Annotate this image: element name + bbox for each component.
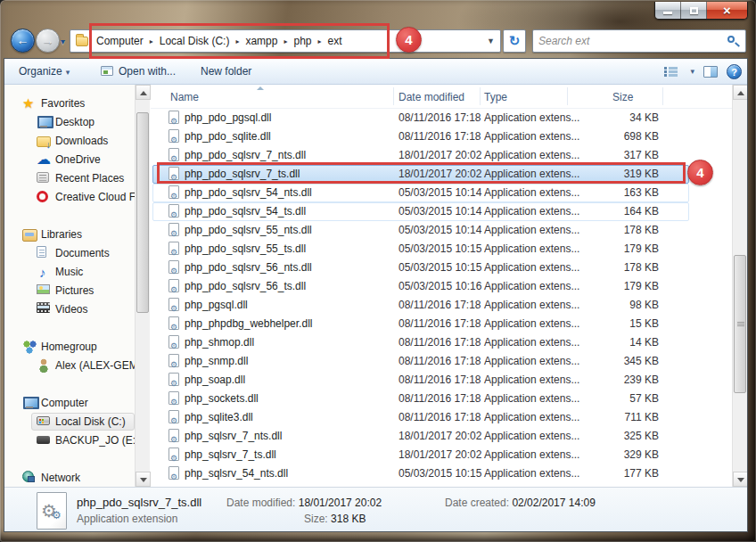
file-row-php-pdo-sqlsrv-54-nts-dll[interactable]: php_pdo_sqlsrv_54_nts.dll 05/03/2015 10:… xyxy=(151,184,734,202)
dll-file-icon xyxy=(168,354,179,367)
sidebar-section-libraries[interactable]: Libraries xyxy=(4,226,135,244)
sidebar-tree: Favorites Desktop Downloads OneDrive Rec… xyxy=(4,94,135,487)
column-divider[interactable] xyxy=(480,87,481,105)
file-name: php_sqlsrv_7_ts.dll xyxy=(185,446,276,464)
file-row-php-snmp-dll[interactable]: php_snmp.dll 08/11/2016 17:18 Applicatio… xyxy=(151,352,734,371)
file-date-modified: 18/01/2017 20:02 xyxy=(399,446,481,464)
file-size: 163 KB xyxy=(624,184,659,202)
navigation-pane: Favorites Desktop Downloads OneDrive Rec… xyxy=(4,85,135,487)
column-divider[interactable] xyxy=(662,87,663,105)
sidebar-scroll-thumb[interactable] xyxy=(136,112,149,313)
sidebar-item-downloads[interactable]: Downloads xyxy=(4,132,135,151)
file-row-php-pdo-sqlsrv-56-nts-dll[interactable]: php_pdo_sqlsrv_56_nts.dll 05/03/2015 10:… xyxy=(151,259,734,277)
recent-places-icon xyxy=(37,172,49,183)
forward-arrow-icon: → xyxy=(37,33,59,47)
file-name: php_soap.dll xyxy=(185,371,245,390)
file-name: php_pdo_sqlsrv_56_nts.dll xyxy=(185,259,312,277)
refresh-button[interactable]: ↻ xyxy=(503,29,526,53)
file-date-modified: 08/11/2016 17:18 xyxy=(399,127,481,146)
file-name: php_snmp.dll xyxy=(185,352,248,371)
file-row-php-sockets-dll[interactable]: php_sockets.dll 08/11/2016 17:18 Applica… xyxy=(151,390,734,408)
restore-icon xyxy=(690,7,698,14)
sidebar-item-alex-alex-gem[interactable]: Alex (ALEX-GEM- xyxy=(4,357,135,375)
dll-file-icon xyxy=(168,111,179,124)
forward-button[interactable]: → xyxy=(36,29,60,53)
file-type: Application extens... xyxy=(484,202,579,221)
sidebar-item-music[interactable]: Music xyxy=(4,263,135,282)
file-row-php-pdo-sqlsrv-56-ts-dll[interactable]: php_pdo_sqlsrv_56_ts.dll 05/03/2015 10:1… xyxy=(151,277,734,296)
file-date-modified: 08/11/2016 17:18 xyxy=(399,371,481,390)
organize-button[interactable]: Organize▾ xyxy=(12,59,77,84)
scroll-down-icon[interactable] xyxy=(136,472,151,487)
window-frame: × ← → ▾ Computer▸Local Disk (C:)▸xampp▸p… xyxy=(0,0,756,542)
file-row-php-sqlsrv-54-nts-dll[interactable]: php_sqlsrv_54_nts.dll 05/03/2015 10:15 A… xyxy=(151,464,734,483)
file-row-php-sqlsrv-7-nts-dll[interactable]: php_sqlsrv_7_nts.dll 18/01/2017 20:02 Ap… xyxy=(151,427,734,446)
column-divider[interactable] xyxy=(567,87,568,105)
dll-file-icon xyxy=(168,429,179,442)
file-row-php-pdo-sqlsrv-54-ts-dll[interactable]: php_pdo_sqlsrv_54_ts.dll 05/03/2015 10:1… xyxy=(151,202,734,221)
file-type: Application extens... xyxy=(484,277,579,296)
sidebar-item-videos[interactable]: Videos xyxy=(4,300,135,319)
file-row-php-sqlite3-dll[interactable]: php_sqlite3.dll 08/11/2016 17:18 Applica… xyxy=(151,408,734,427)
scroll-down-icon[interactable] xyxy=(733,472,748,487)
sidebar-item-documents[interactable]: Documents xyxy=(4,244,135,263)
column-header-date-modified[interactable]: Date modified xyxy=(399,91,464,103)
sidebar-section-computer[interactable]: Computer xyxy=(4,394,135,413)
column-headers: Name Date modified Type Size xyxy=(151,85,734,109)
sidebar-item-pictures[interactable]: Pictures xyxy=(4,282,135,300)
sidebar-item-onedrive[interactable]: OneDrive xyxy=(4,151,135,169)
search-input[interactable] xyxy=(538,32,717,50)
file-row-php-pdo-sqlsrv-55-ts-dll[interactable]: php_pdo_sqlsrv_55_ts.dll 05/03/2015 10:1… xyxy=(151,240,734,259)
breadcrumb-dropdown-icon[interactable]: ▼ xyxy=(487,37,497,45)
sidebar-item-local-disk-c[interactable]: Local Disk (C:) xyxy=(4,413,135,431)
column-header-size[interactable]: Size xyxy=(612,91,633,103)
file-size: 177 KB xyxy=(624,464,659,483)
file-size: 698 KB xyxy=(624,127,659,146)
minimize-button[interactable] xyxy=(655,2,681,19)
sidebar-item-desktop[interactable]: Desktop xyxy=(4,113,135,132)
file-type: Application extens... xyxy=(484,240,579,259)
column-header-type[interactable]: Type xyxy=(484,91,507,103)
file-row-php-phpdbg-webhelper-dll[interactable]: php_phpdbg_webhelper.dll 08/11/2016 17:1… xyxy=(151,315,734,333)
details-size: Size: 318 KB xyxy=(304,513,366,525)
videos-icon xyxy=(37,302,50,313)
file-row-php-pdo-pgsql-dll[interactable]: php_pdo_pgsql.dll 08/11/2016 17:18 Appli… xyxy=(151,109,734,127)
sidebar-item-backup-jo-e[interactable]: BACKUP_JO (E:) xyxy=(4,431,135,450)
file-list-scrollbar[interactable] xyxy=(732,85,747,487)
help-icon[interactable]: ? xyxy=(727,64,742,79)
column-divider[interactable] xyxy=(393,87,394,105)
column-header-name[interactable]: Name xyxy=(170,91,199,103)
preview-pane-icon[interactable] xyxy=(703,66,718,78)
file-date-modified: 05/03/2015 10:15 xyxy=(399,259,481,277)
file-row-php-soap-dll[interactable]: php_soap.dll 08/11/2016 17:18 Applicatio… xyxy=(151,371,734,390)
file-date-modified: 08/11/2016 17:18 xyxy=(399,352,481,371)
sidebar-item-recent-places[interactable]: Recent Places xyxy=(4,169,135,188)
homegroup-icon xyxy=(22,340,37,354)
sidebar-section-homegroup[interactable]: Homegroup xyxy=(4,338,135,357)
pictures-icon xyxy=(37,284,50,294)
sidebar-section-favorites[interactable]: Favorites xyxy=(4,94,135,113)
open-with-button[interactable]: Open with... xyxy=(94,59,183,84)
file-row-php-pdo-sqlsrv-55-nts-dll[interactable]: php_pdo_sqlsrv_55_nts.dll 05/03/2015 10:… xyxy=(151,221,734,240)
sidebar-item-creative-cloud-fi[interactable]: Creative Cloud Fi xyxy=(4,188,135,207)
new-folder-button[interactable]: New folder xyxy=(193,59,259,84)
back-button[interactable]: ← xyxy=(11,29,35,53)
file-list-scroll-thumb[interactable] xyxy=(734,255,746,393)
scroll-up-icon[interactable] xyxy=(733,85,748,100)
scroll-up-icon[interactable] xyxy=(136,85,151,100)
views-dropdown-icon[interactable]: ▾ xyxy=(690,67,694,76)
file-row-php-pdo-sqlite-dll[interactable]: php_pdo_sqlite.dll 08/11/2016 17:18 Appl… xyxy=(151,127,734,146)
restore-button[interactable] xyxy=(681,2,707,19)
file-row-php-sqlsrv-7-ts-dll[interactable]: php_sqlsrv_7_ts.dll 18/01/2017 20:02 App… xyxy=(151,446,734,464)
sidebar-section-network[interactable]: Network xyxy=(4,469,135,487)
sidebar-scrollbar[interactable] xyxy=(135,85,150,487)
file-row-php-pgsql-dll[interactable]: php_pgsql.dll 08/11/2016 17:18 Applicati… xyxy=(151,296,734,315)
close-button[interactable]: × xyxy=(707,2,747,19)
sidebar-item-label: Creative Cloud Fi xyxy=(55,188,135,207)
file-size: 239 KB xyxy=(624,371,659,390)
creative-cloud-icon xyxy=(37,191,48,202)
views-icon[interactable] xyxy=(664,66,678,77)
file-row-php-shmop-dll[interactable]: php_shmop.dll 08/11/2016 17:18 Applicati… xyxy=(151,333,734,352)
search-box[interactable] xyxy=(532,29,746,53)
recent-pages-dropdown-icon[interactable]: ▾ xyxy=(61,37,65,46)
